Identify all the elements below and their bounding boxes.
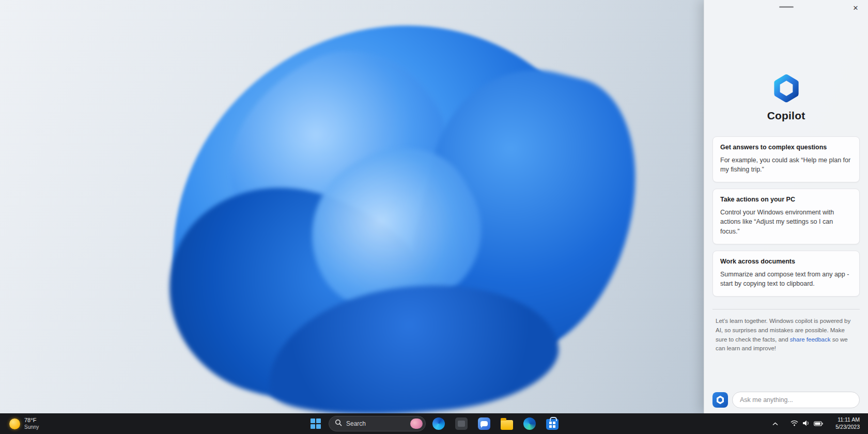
card-title: Work across documents bbox=[720, 258, 852, 265]
edge-icon bbox=[523, 417, 536, 430]
disclaimer-text: Let’s learn together. Windows copilot is… bbox=[704, 317, 868, 353]
search-icon bbox=[335, 419, 342, 428]
divider bbox=[712, 309, 860, 309]
weather-temperature: 78°F bbox=[24, 417, 39, 424]
taskbar-app-edge[interactable] bbox=[520, 415, 539, 432]
tray-overflow-chevron-icon[interactable] bbox=[769, 420, 781, 428]
chat-icon bbox=[478, 417, 490, 430]
page-title: Copilot bbox=[704, 110, 868, 122]
taskbar-app-copilot[interactable] bbox=[429, 415, 448, 432]
panel-titlebar: ✕ bbox=[704, 0, 868, 16]
search-input[interactable]: Search bbox=[329, 416, 426, 431]
speaker-icon bbox=[802, 419, 810, 428]
card-title: Get answers to complex questions bbox=[720, 144, 852, 151]
quick-settings[interactable] bbox=[787, 416, 826, 431]
taskbar-app-store[interactable] bbox=[542, 415, 562, 432]
clock-date: 5/23/2023 bbox=[835, 424, 860, 431]
card-body: Summarize and compose text from any app … bbox=[720, 270, 852, 288]
share-feedback-link[interactable]: share feedback bbox=[790, 336, 831, 343]
copilot-logo-icon bbox=[772, 74, 800, 104]
taskbar-center: Search bbox=[306, 413, 562, 434]
dark-app-icon bbox=[455, 417, 468, 430]
search-placeholder: Search bbox=[346, 420, 406, 427]
windows-logo-icon bbox=[311, 419, 321, 429]
card-body: Control your Windows environment with ac… bbox=[720, 208, 852, 236]
suggestion-cards: Get answers to complex questions For exa… bbox=[704, 136, 868, 297]
suggestion-card-actions[interactable]: Take actions on your PC Control your Win… bbox=[712, 189, 860, 244]
copilot-icon-button[interactable] bbox=[712, 392, 728, 408]
taskbar-app-dark[interactable] bbox=[452, 415, 471, 432]
copilot-icon bbox=[432, 417, 445, 430]
clock[interactable]: 11:11 AM 5/23/2023 bbox=[832, 415, 863, 432]
system-tray: 11:11 AM 5/23/2023 bbox=[769, 413, 863, 434]
ask-input[interactable] bbox=[732, 392, 860, 408]
microsoft-store-icon bbox=[546, 419, 559, 430]
desktop-screen: ✕ Copilot Get answers bbox=[0, 0, 868, 434]
taskbar-app-chat[interactable] bbox=[474, 415, 494, 432]
weather-condition: Sunny bbox=[24, 424, 39, 431]
chat-input-row bbox=[712, 392, 860, 408]
search-highlight-image[interactable] bbox=[410, 419, 423, 429]
suggestion-card-documents[interactable]: Work across documents Summarize and comp… bbox=[712, 251, 860, 297]
card-body: For example, you could ask “Help me plan… bbox=[720, 156, 852, 174]
taskbar: 78°F Sunny Search bbox=[0, 413, 868, 434]
folder-icon bbox=[501, 417, 513, 430]
start-button[interactable] bbox=[306, 415, 326, 432]
card-title: Take actions on your PC bbox=[720, 196, 852, 203]
wifi-icon bbox=[791, 419, 798, 428]
clock-time: 11:11 AM bbox=[835, 416, 860, 424]
copilot-panel: ✕ Copilot Get answers bbox=[704, 0, 868, 413]
battery-icon bbox=[814, 419, 823, 428]
close-icon[interactable]: ✕ bbox=[849, 2, 862, 14]
taskbar-app-file-explorer[interactable] bbox=[497, 415, 517, 432]
sun-icon bbox=[9, 419, 20, 429]
suggestion-card-answers[interactable]: Get answers to complex questions For exa… bbox=[712, 136, 860, 182]
minimize-icon[interactable] bbox=[779, 6, 794, 8]
weather-widget[interactable]: 78°F Sunny bbox=[5, 413, 43, 434]
